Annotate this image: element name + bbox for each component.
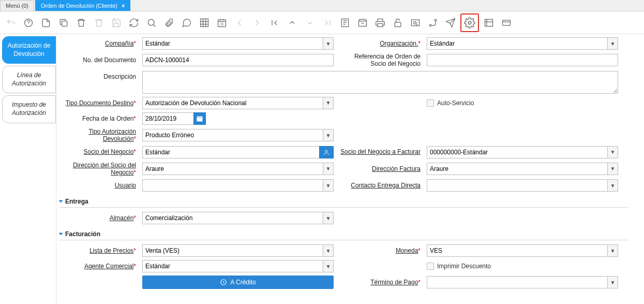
- nodoc-field[interactable]: [142, 54, 334, 66]
- delete-icon[interactable]: [73, 15, 89, 31]
- acredito-button[interactable]: A Crédito: [142, 276, 334, 289]
- label-imprdesc: Imprimir Descuento: [437, 263, 491, 270]
- close-icon[interactable]: ×: [122, 3, 125, 9]
- toolbar: 31: [0, 11, 644, 34]
- label-usuario: Usuario: [59, 182, 137, 189]
- label-organizacion: Organización.*: [339, 40, 422, 47]
- usuario-dropdown[interactable]: ▼: [323, 179, 334, 192]
- form-scroll[interactable]: Compañía* ▼ Organización.* ▼ No. del Doc…: [56, 34, 644, 304]
- page-tabs: Menú (0) Orden de Devolución (Cliente) ×: [0, 0, 644, 11]
- autoservicio-checkbox[interactable]: [427, 99, 434, 107]
- agente-field[interactable]: [142, 260, 323, 272]
- svg-rect-14: [503, 20, 511, 25]
- label-autoservicio: Auto-Servicio: [437, 99, 474, 107]
- side-tab-linea[interactable]: Línea de Autorización: [2, 66, 56, 93]
- compania-dropdown[interactable]: ▼: [323, 37, 334, 50]
- dirfactura-dropdown[interactable]: ▼: [608, 163, 618, 175]
- workflow-icon[interactable]: [425, 15, 441, 31]
- label-nodoc: No. del Documento: [59, 56, 137, 64]
- label-dirsocio: Dirección del Socio del Negocio*: [59, 162, 137, 177]
- prev-record-icon[interactable]: [284, 15, 300, 31]
- section-entrega[interactable]: Entrega: [59, 196, 628, 208]
- svg-point-10: [429, 24, 431, 26]
- archive-icon[interactable]: [355, 15, 370, 31]
- side-tab-impuesto[interactable]: Impuesto de Autorización: [2, 95, 56, 123]
- label-terminopago: Término de Pago*: [339, 279, 422, 286]
- save-icon: [109, 15, 124, 31]
- sociofact-dropdown[interactable]: ▼: [608, 146, 618, 158]
- svg-point-16: [325, 150, 327, 152]
- terminopago-field[interactable]: [427, 276, 608, 288]
- svg-rect-6: [341, 19, 348, 26]
- tipodocdest-field[interactable]: [142, 97, 323, 109]
- svg-rect-7: [395, 22, 401, 26]
- section-entrega-title: Entrega: [65, 198, 88, 205]
- lock-icon[interactable]: [390, 15, 406, 31]
- moneda-dropdown[interactable]: ▼: [608, 244, 618, 257]
- calendar-icon[interactable]: 31: [214, 15, 230, 31]
- almacen-field[interactable]: [142, 212, 323, 224]
- terminopago-dropdown[interactable]: ▼: [608, 276, 618, 288]
- zoom-across-icon[interactable]: [408, 15, 423, 31]
- svg-point-9: [414, 21, 416, 24]
- side-tab-autorizacion[interactable]: Autorización de Devolución: [2, 36, 56, 64]
- tab-return-order[interactable]: Orden de Devolución (Cliente) ×: [35, 0, 130, 11]
- descripcion-field[interactable]: [142, 71, 618, 94]
- next-record-icon: [302, 15, 318, 31]
- label-refsocio: Referencia de Orden de Socio del Negocio: [339, 53, 422, 68]
- tipodocdest-dropdown[interactable]: ▼: [323, 97, 334, 109]
- copy-record-icon[interactable]: [56, 15, 71, 31]
- fechaorden-field[interactable]: [142, 112, 194, 125]
- payments-icon[interactable]: [499, 15, 514, 31]
- label-descripcion: Descripción: [59, 71, 137, 80]
- socio-info-button[interactable]: [319, 146, 334, 158]
- almacen-dropdown[interactable]: ▼: [323, 212, 334, 224]
- grid-toggle-icon[interactable]: [197, 15, 212, 31]
- svg-text:31: 31: [220, 22, 224, 26]
- process-gear-icon[interactable]: [460, 13, 479, 32]
- tab-menu[interactable]: Menú (0): [0, 0, 34, 11]
- tab-return-order-label: Orden de Devolución (Cliente): [41, 3, 117, 9]
- tipoautdev-field[interactable]: [142, 129, 323, 141]
- first-record-icon[interactable]: [267, 15, 282, 31]
- dirfactura-field[interactable]: [427, 163, 608, 175]
- label-moneda: Moneda*: [339, 247, 422, 254]
- dirsocio-field[interactable]: [142, 163, 323, 175]
- attach-icon[interactable]: [161, 15, 177, 31]
- refsocio-field[interactable]: [427, 54, 618, 66]
- imprdesc-checkbox[interactable]: [427, 263, 434, 270]
- agente-dropdown[interactable]: ▼: [323, 260, 334, 272]
- help-icon[interactable]: [21, 15, 36, 31]
- report-icon[interactable]: [337, 15, 353, 31]
- label-fechaorden: Fecha de la Orden*: [59, 115, 137, 122]
- sociofact-field[interactable]: [427, 146, 608, 158]
- tab-menu-label: Menú (0): [6, 3, 28, 9]
- fechaorden-datepicker[interactable]: [193, 112, 206, 125]
- chat-icon[interactable]: [179, 15, 194, 31]
- tipoautdev-dropdown[interactable]: ▼: [323, 129, 334, 141]
- find-icon[interactable]: [144, 15, 159, 31]
- compania-field[interactable]: [142, 37, 323, 50]
- listaprecios-field[interactable]: [142, 244, 323, 257]
- print-icon[interactable]: [372, 15, 388, 31]
- svg-rect-13: [485, 19, 493, 26]
- usuario-field[interactable]: [142, 179, 323, 192]
- undo-icon: [3, 15, 19, 31]
- send-icon[interactable]: [443, 15, 458, 31]
- dirsocio-dropdown[interactable]: ▼: [323, 163, 334, 175]
- svg-rect-1: [62, 21, 67, 26]
- socio-field[interactable]: [142, 146, 320, 158]
- label-sociofact: Socio del Negocio a Facturar: [339, 148, 422, 155]
- listaprecios-dropdown[interactable]: ▼: [323, 244, 334, 257]
- collapse-icon: [59, 200, 63, 203]
- section-facturacion-title: Facturación: [65, 230, 100, 238]
- organizacion-dropdown[interactable]: ▼: [608, 37, 618, 50]
- section-facturacion[interactable]: Facturación: [59, 228, 628, 240]
- moneda-field[interactable]: [427, 244, 608, 257]
- product-info-icon[interactable]: [481, 15, 497, 31]
- new-record-icon[interactable]: [38, 15, 54, 31]
- contactodir-dropdown[interactable]: ▼: [608, 179, 618, 192]
- contactodir-field[interactable]: [427, 179, 608, 192]
- organizacion-field[interactable]: [427, 37, 608, 50]
- refresh-icon[interactable]: [126, 15, 142, 31]
